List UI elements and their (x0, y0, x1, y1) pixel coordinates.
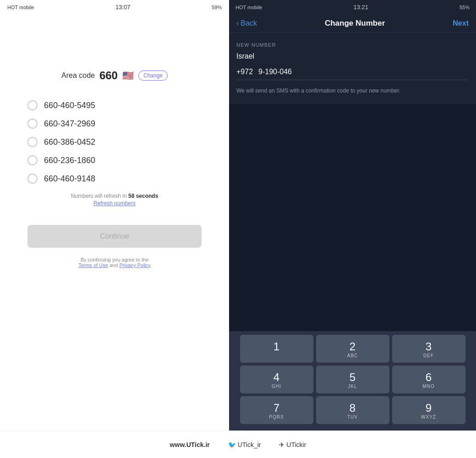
dark-spacer (229, 104, 476, 331)
phone-input[interactable] (258, 68, 350, 76)
continue-button[interactable]: Continue (27, 225, 202, 248)
radio-4[interactable] (27, 155, 38, 165)
form-section: NEW NUMBER Israel +972 We will send an S… (229, 33, 476, 104)
keypad-row-3: 7 PQRS 8 TUV 9 WXYZ (232, 396, 473, 424)
phone-number-2: 660-347-2969 (44, 119, 95, 129)
key-9-sub: WXYZ (392, 414, 465, 420)
terms-link[interactable]: Terms of Use (78, 262, 108, 268)
list-item[interactable]: 660-386-0452 (27, 137, 202, 147)
twitter-icon: 🐦 (228, 441, 236, 448)
key-8-sub: TUV (316, 414, 389, 420)
area-code-number: 660 (99, 69, 118, 82)
key-4[interactable]: 4 GHI (240, 365, 313, 393)
refresh-text: Numbers will refresh in 58 seconds (71, 193, 159, 199)
list-item[interactable]: 660-236-1860 (27, 155, 202, 165)
privacy-link[interactable]: Privacy Policy (119, 262, 150, 268)
key-9-main: 9 (392, 403, 465, 414)
refresh-info: Numbers will refresh in 58 seconds Refre… (0, 193, 229, 207)
right-status-bar: HOT mobile 13:21 55% (229, 0, 476, 14)
keypad-row-1: 1 2 ABC 3 DEF (232, 335, 473, 363)
key-7[interactable]: 7 PQRS (240, 396, 313, 424)
phone-list: 660-460-5495 660-347-2969 660-386-0452 6… (0, 100, 229, 184)
key-5-main: 5 (316, 372, 389, 383)
phone-number-1: 660-460-5495 (44, 101, 95, 110)
radio-2[interactable] (27, 119, 38, 129)
sms-notice: We will send an SMS with a confirmation … (236, 87, 469, 95)
area-code-label: Area code (61, 71, 95, 80)
key-2-main: 2 (316, 341, 389, 352)
left-footer: By continuing you agree to the Terms of … (0, 257, 229, 273)
list-item[interactable]: 660-460-9148 (27, 174, 202, 184)
country-name: Israel (236, 52, 469, 60)
radio-1[interactable] (27, 100, 38, 110)
telegram-handle: UTickir (286, 441, 306, 448)
left-phone: HOT mobile 13:07 59% Area code 660 🇺🇸 Ch… (0, 0, 229, 431)
country-code: +972 (236, 68, 253, 76)
key-7-main: 7 (240, 403, 313, 414)
keypad-row-2: 4 GHI 5 JKL 6 MNO (232, 365, 473, 393)
change-button[interactable]: Change (138, 71, 168, 81)
key-5[interactable]: 5 JKL (316, 365, 389, 393)
radio-5[interactable] (27, 174, 38, 184)
keypad: 1 2 ABC 3 DEF 4 GHI 5 (229, 331, 476, 431)
right-time: 13:21 (353, 4, 368, 11)
key-6-sub: MNO (392, 384, 465, 389)
phone-number-5: 660-460-9148 (44, 174, 95, 184)
key-5-sub: JKL (316, 384, 389, 389)
key-3[interactable]: 3 DEF (392, 335, 465, 363)
list-item[interactable]: 660-460-5495 (27, 100, 202, 110)
next-button[interactable]: Next (453, 19, 469, 27)
phone-input-row: +972 (236, 68, 469, 80)
footer-telegram: ✈ UTickir (279, 441, 306, 448)
footer-text: By continuing you agree to the Terms of … (78, 257, 151, 268)
left-battery: 59% (212, 5, 222, 10)
key-8-main: 8 (316, 403, 389, 414)
key-8[interactable]: 8 TUV (316, 396, 389, 424)
telegram-icon: ✈ (279, 441, 285, 448)
key-4-main: 4 (240, 372, 313, 383)
key-3-main: 3 (392, 341, 465, 352)
right-nav-bar: ‹ Back Change Number Next (229, 14, 476, 33)
key-4-sub: GHI (240, 384, 313, 389)
key-2-sub: ABC (316, 353, 389, 358)
refresh-seconds: 58 seconds (128, 193, 158, 199)
left-time: 13:07 (115, 4, 131, 11)
left-carrier: HOT mobile (7, 5, 34, 10)
key-3-sub: DEF (392, 353, 465, 358)
key-6-main: 6 (392, 372, 465, 383)
left-status-bar: HOT mobile 13:07 59% (0, 0, 229, 14)
footer-strip: www.UTick.ir 🐦 UTick_ir ✈ UTickir (0, 431, 476, 458)
key-1-main: 1 (240, 341, 313, 352)
footer-website: www.UTick.ir (170, 441, 210, 448)
refresh-link[interactable]: Refresh numbers (0, 200, 229, 207)
right-battery: 55% (460, 5, 470, 10)
key-7-sub: PQRS (240, 414, 313, 420)
back-button[interactable]: ‹ Back (236, 19, 257, 27)
phone-number-4: 660-236-1860 (44, 156, 95, 165)
twitter-handle: UTick_ir (238, 441, 261, 448)
right-carrier: HOT mobile (235, 5, 262, 10)
flag-icon: 🇺🇸 (122, 70, 134, 81)
footer-twitter: 🐦 UTick_ir (228, 441, 261, 448)
key-2[interactable]: 2 ABC (316, 335, 389, 363)
key-6[interactable]: 6 MNO (392, 365, 465, 393)
nav-title: Change Number (325, 19, 385, 28)
key-9[interactable]: 9 WXYZ (392, 396, 465, 424)
form-label: NEW NUMBER (236, 42, 469, 48)
right-phone: HOT mobile 13:21 55% ‹ Back Change Numbe… (229, 0, 476, 431)
list-item[interactable]: 660-347-2969 (27, 119, 202, 129)
radio-3[interactable] (27, 137, 38, 147)
area-code-row: Area code 660 🇺🇸 Change (0, 69, 229, 82)
back-label: Back (241, 19, 257, 27)
key-1[interactable]: 1 (240, 335, 313, 363)
chevron-left-icon: ‹ (236, 19, 239, 27)
phone-number-3: 660-386-0452 (44, 137, 95, 147)
key-1-sub (240, 353, 313, 358)
